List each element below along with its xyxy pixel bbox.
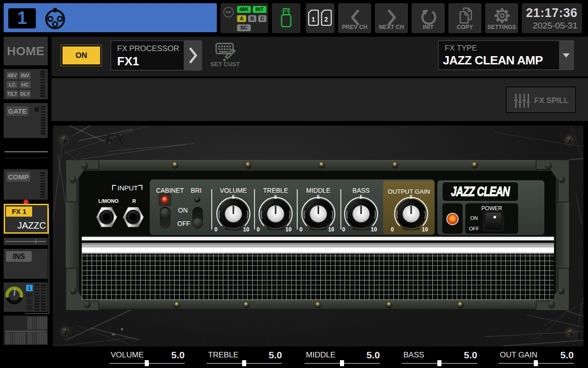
svg-text:2: 2: [324, 16, 328, 23]
svg-text:FX: FX: [105, 131, 125, 148]
svg-text:1: 1: [311, 16, 315, 23]
